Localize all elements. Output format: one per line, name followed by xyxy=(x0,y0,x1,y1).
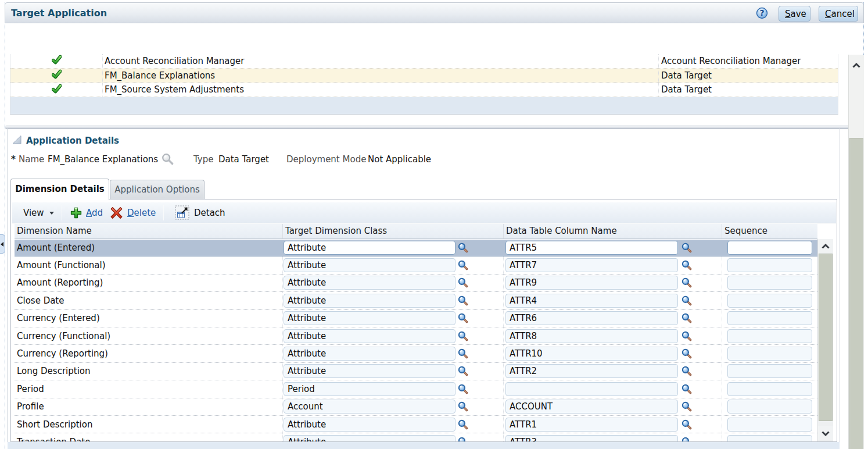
data-table-column-name-input[interactable]: ATTR2 xyxy=(505,364,678,378)
search-icon[interactable] xyxy=(682,243,692,253)
scrollbar-thumb[interactable] xyxy=(819,254,833,421)
scrollbar-thumb[interactable] xyxy=(849,138,863,449)
dimension-row[interactable]: Long Description Attribute xyxy=(15,363,817,380)
search-icon[interactable] xyxy=(682,348,692,359)
dimension-row[interactable]: Period Period xyxy=(15,380,817,398)
data-table-column-name-input[interactable]: ATTR6 xyxy=(505,311,678,325)
search-icon[interactable] xyxy=(458,401,468,412)
search-icon[interactable] xyxy=(682,260,692,270)
dimension-row[interactable]: Currency (Entered) Attribute xyxy=(15,310,817,327)
search-icon[interactable] xyxy=(458,277,468,288)
sequence-input[interactable] xyxy=(727,418,812,432)
target-dimension-class-input[interactable]: Attribute xyxy=(284,347,455,361)
dimension-row[interactable]: Currency (Reporting) Attribute xyxy=(15,345,817,362)
dimension-row[interactable]: Amount (Entered) Attribute xyxy=(15,240,817,256)
application-row[interactable]: Account Reconciliation Manager Account R… xyxy=(10,54,838,69)
horizontal-splitter[interactable] xyxy=(5,125,863,129)
detach-button[interactable]: Detach xyxy=(175,202,225,223)
application-row[interactable]: FM_Source System Adjustments Data Target xyxy=(10,83,838,97)
sequence-input[interactable] xyxy=(727,276,812,290)
dimension-row[interactable]: Amount (Reporting) Attribute xyxy=(15,275,817,292)
scroll-down-button[interactable] xyxy=(818,426,833,440)
delete-button[interactable]: Delete xyxy=(110,202,156,223)
search-icon[interactable] xyxy=(458,437,468,441)
target-dimension-class-input[interactable]: Attribute xyxy=(284,294,455,308)
search-icon[interactable] xyxy=(682,313,692,323)
search-icon[interactable] xyxy=(682,419,692,430)
dimension-row[interactable]: Transaction Date Attribute xyxy=(15,433,817,441)
sequence-input[interactable] xyxy=(727,241,812,255)
help-icon[interactable]: ? xyxy=(756,7,768,19)
application-row[interactable]: FM_Balance Explanations Data Target xyxy=(10,69,838,83)
dimension-row[interactable]: Amount (Functional) Attribute xyxy=(15,256,817,274)
sequence-input[interactable] xyxy=(727,258,812,272)
save-button[interactable]: Save xyxy=(779,6,810,22)
target-dimension-class-input[interactable]: Period xyxy=(284,382,455,396)
deployment-mode-label: Deployment Mode xyxy=(286,152,366,166)
data-table-column-name-input[interactable]: ATTR8 xyxy=(505,329,678,343)
sequence-input[interactable] xyxy=(727,311,812,325)
panel-collapse-handle[interactable] xyxy=(0,234,5,254)
target-dimension-class-input[interactable]: Attribute xyxy=(284,311,455,325)
data-table-column-name-input[interactable]: ACCOUNT xyxy=(505,400,678,414)
sequence-input[interactable] xyxy=(727,382,812,396)
cancel-button[interactable]: Cancel xyxy=(819,6,858,22)
scroll-up-button[interactable] xyxy=(818,239,833,253)
data-table-column-name-input[interactable] xyxy=(505,382,678,396)
search-icon[interactable] xyxy=(682,331,692,341)
search-icon[interactable] xyxy=(458,331,468,341)
tab-application-options[interactable]: Application Options xyxy=(110,180,205,199)
data-table-column-name-input[interactable]: ATTR1 xyxy=(505,418,678,432)
sequence-input[interactable] xyxy=(727,329,812,343)
target-dimension-class-input[interactable]: Attribute xyxy=(284,258,455,272)
dimension-row[interactable]: Profile Account ACC xyxy=(15,398,817,416)
column-header-dimension-name[interactable]: Dimension Name xyxy=(15,224,283,238)
data-table-column-name-input[interactable]: ATTR3 xyxy=(505,435,678,441)
sequence-input[interactable] xyxy=(727,435,812,441)
page-vertical-scrollbar[interactable] xyxy=(848,55,864,449)
search-icon[interactable] xyxy=(682,366,692,376)
data-table-column-name-input[interactable]: ATTR4 xyxy=(505,294,678,308)
target-dimension-class-input[interactable]: Attribute xyxy=(284,418,455,432)
dimension-row[interactable]: Short Description Attribute xyxy=(15,416,817,433)
search-icon[interactable] xyxy=(682,401,692,412)
search-icon[interactable] xyxy=(682,384,692,394)
search-icon[interactable] xyxy=(458,313,468,323)
target-dimension-class-input[interactable]: Attribute xyxy=(284,364,455,378)
target-dimension-class-input[interactable]: Account xyxy=(284,400,455,414)
search-icon[interactable] xyxy=(682,295,692,306)
tab-dimension-details[interactable]: Dimension Details xyxy=(10,179,109,200)
data-table-column-name-input[interactable]: ATTR5 xyxy=(505,241,678,255)
column-header-target-dimension-class[interactable]: Target Dimension Class xyxy=(283,224,504,238)
search-icon[interactable] xyxy=(458,348,468,359)
target-dimension-class-cell: Attribute xyxy=(283,416,504,433)
view-menu-button[interactable]: View xyxy=(23,202,54,223)
sequence-input[interactable] xyxy=(727,294,812,308)
add-button[interactable]: Add xyxy=(69,202,103,223)
search-icon[interactable] xyxy=(458,419,468,430)
name-search-icon[interactable] xyxy=(162,153,174,166)
target-dimension-class-input[interactable]: Attribute xyxy=(284,329,455,343)
target-dimension-class-input[interactable]: Attribute xyxy=(284,276,455,290)
data-table-column-name-input[interactable]: ATTR9 xyxy=(505,276,678,290)
search-icon[interactable] xyxy=(458,295,468,306)
search-icon[interactable] xyxy=(458,366,468,376)
dimension-row[interactable]: Close Date Attribute xyxy=(15,292,817,309)
column-header-data-table-column-name[interactable]: Data Table Column Name xyxy=(504,224,722,238)
search-icon[interactable] xyxy=(682,277,692,288)
search-icon[interactable] xyxy=(458,243,468,253)
dimension-row[interactable]: Currency (Functional) Attribute xyxy=(15,327,817,345)
search-icon[interactable] xyxy=(458,260,468,270)
grid-vertical-scrollbar[interactable] xyxy=(817,239,833,441)
sequence-input[interactable] xyxy=(727,364,812,378)
target-dimension-class-input[interactable]: Attribute xyxy=(284,241,455,255)
data-table-column-name-input[interactable]: ATTR7 xyxy=(505,258,678,272)
column-header-sequence[interactable]: Sequence xyxy=(722,224,817,238)
target-dimension-class-input[interactable]: Attribute xyxy=(284,435,455,441)
sequence-input[interactable] xyxy=(727,400,812,414)
sequence-input[interactable] xyxy=(727,347,812,361)
search-icon[interactable] xyxy=(682,437,692,441)
data-table-column-name-input[interactable]: ATTR10 xyxy=(505,347,678,361)
scroll-up-button[interactable] xyxy=(849,58,864,72)
search-icon[interactable] xyxy=(458,384,468,394)
